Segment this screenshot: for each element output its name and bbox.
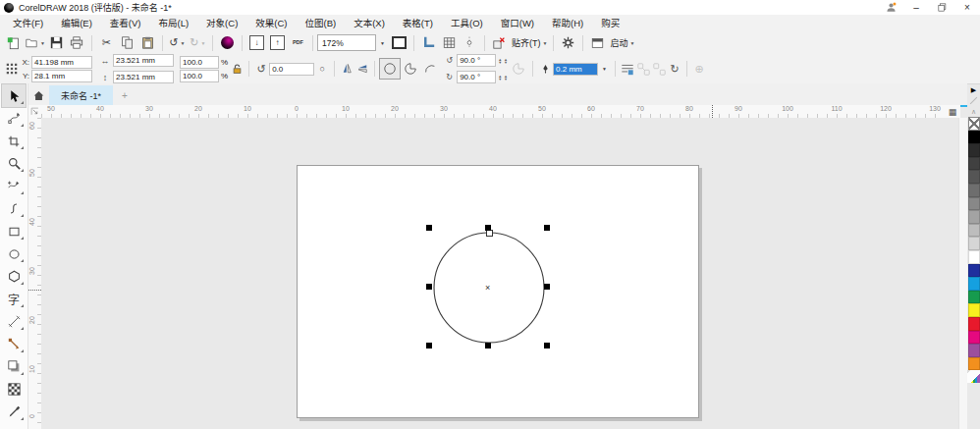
selection-handle-bottom-center[interactable]: [485, 343, 491, 349]
ruler-origin-button[interactable]: [27, 105, 42, 119]
vertical-ruler[interactable]: 6050403020100: [27, 118, 42, 429]
show-rulers-button[interactable]: [419, 33, 438, 52]
palette-swatch-red[interactable]: [968, 317, 980, 331]
open-dropdown-icon[interactable]: ▼: [40, 40, 45, 46]
import-button[interactable]: ↓: [247, 33, 266, 52]
menu-item[interactable]: 查看(V): [101, 15, 150, 31]
palette-flyout-icon[interactable]: ▶: [967, 84, 980, 95]
palette-swatch-gray-80[interactable]: [968, 157, 980, 171]
snap-off-button[interactable]: [490, 33, 509, 52]
zoom-tool[interactable]: [2, 152, 26, 175]
paste-button[interactable]: [138, 33, 157, 52]
end-angle-spinner2[interactable]: ▲▼: [504, 75, 508, 80]
search-content-button[interactable]: [218, 33, 237, 52]
text-tool[interactable]: 字: [2, 288, 26, 310]
lock-ratio-icon[interactable]: [229, 61, 245, 77]
palette-swatch-gray-20[interactable]: [968, 237, 980, 250]
start-angle-spinner[interactable]: ▲▼: [498, 58, 502, 64]
menu-item[interactable]: 购买: [592, 15, 628, 31]
menu-item[interactable]: 效果(C): [246, 15, 296, 31]
transparency-tool[interactable]: [2, 378, 26, 401]
drop-shadow-tool[interactable]: [2, 355, 26, 378]
arc-mode-button[interactable]: [420, 59, 440, 79]
freehand-tool[interactable]: [2, 175, 26, 197]
link-button[interactable]: [635, 61, 651, 77]
palette-swatch-blue[interactable]: [968, 264, 980, 278]
outline-width-field[interactable]: 0.2 mm: [553, 63, 598, 76]
vertical-scrollbar[interactable]: [958, 118, 967, 429]
palette-swatch-purple[interactable]: [968, 344, 980, 357]
cut-button[interactable]: ✂: [97, 33, 116, 52]
save-button[interactable]: [47, 33, 66, 52]
minimize-button[interactable]: –: [903, 1, 929, 15]
print-button[interactable]: [68, 33, 86, 52]
selection-handle-bottom-left[interactable]: [426, 343, 432, 349]
drawing-canvas[interactable]: ×: [41, 118, 958, 429]
polygon-tool[interactable]: [2, 265, 26, 288]
object-center-marker[interactable]: ×: [485, 284, 490, 293]
menu-item[interactable]: 位图(B): [297, 15, 346, 31]
menu-item[interactable]: 布局(L): [149, 15, 197, 31]
unlink-button[interactable]: [651, 61, 667, 77]
show-guidelines-button[interactable]: [461, 33, 479, 52]
palette-swatch-gray-50[interactable]: [968, 197, 980, 211]
ellipse-object[interactable]: [41, 118, 958, 429]
object-width-field[interactable]: 23.521 mm: [113, 54, 174, 67]
mirror-horizontal-button[interactable]: [339, 61, 354, 77]
user-account-icon[interactable]: [878, 1, 903, 15]
end-angle-spinner[interactable]: ▲▼: [498, 75, 502, 80]
scale-v-field[interactable]: 100.0: [180, 70, 219, 82]
object-height-field[interactable]: 23.521 mm: [113, 71, 174, 83]
zoom-dropdown-icon[interactable]: ▼: [376, 34, 389, 51]
selection-handle-middle-left[interactable]: [426, 284, 432, 290]
palette-swatch-gray-90[interactable]: [968, 143, 980, 157]
zoom-level-combo[interactable]: 172%: [317, 34, 376, 51]
palette-scroll-up-icon[interactable]: ∧: [967, 106, 980, 117]
start-angle-spinner2[interactable]: ▲▼: [504, 58, 508, 64]
selection-handle-top-right[interactable]: [544, 225, 550, 231]
redo-button[interactable]: ↻▼: [189, 33, 207, 52]
crop-tool[interactable]: [2, 130, 26, 152]
b-spline-tool[interactable]: [2, 197, 26, 220]
menu-item[interactable]: 帮助(H): [543, 15, 592, 31]
palette-eyedropper-icon[interactable]: [967, 95, 980, 106]
horizontal-ruler[interactable]: 5040302010010203040506070809010011012013…: [41, 105, 945, 119]
drawing-scale-button[interactable]: ▦: [945, 105, 960, 119]
ellipse-top-node[interactable]: [486, 230, 493, 237]
selection-handle-top-center[interactable]: [485, 225, 491, 231]
pie-mode-button[interactable]: [401, 59, 420, 79]
new-document-button[interactable]: [4, 33, 23, 52]
application-launcher-button[interactable]: 启动▼: [608, 36, 636, 49]
options-button[interactable]: [559, 33, 577, 52]
selection-handle-top-left[interactable]: [426, 225, 432, 231]
outline-width-dropdown-icon[interactable]: ▼: [598, 61, 611, 78]
export-button[interactable]: ↑: [268, 33, 287, 52]
add-plus-button[interactable]: ⊕: [691, 61, 707, 77]
eyedropper-tool[interactable]: [2, 401, 26, 423]
rectangle-tool[interactable]: [2, 220, 26, 242]
close-button[interactable]: ×: [954, 1, 980, 15]
palette-swatch-green[interactable]: [968, 291, 980, 304]
snap-to-button[interactable]: 贴齐(T)▼: [510, 36, 549, 49]
object-y-field[interactable]: 28.1 mm: [31, 70, 92, 82]
palette-swatch-orange[interactable]: [968, 357, 980, 371]
end-angle-field[interactable]: 90.0 °: [457, 71, 496, 83]
no-color-swatch[interactable]: [968, 117, 980, 131]
dimension-tool[interactable]: [2, 310, 26, 333]
object-x-field[interactable]: 41.198 mm: [31, 56, 92, 69]
palette-swatch-white[interactable]: [968, 250, 980, 264]
start-angle-field[interactable]: 90.0 °: [457, 54, 496, 67]
scale-h-field[interactable]: 100.0: [180, 56, 219, 69]
ellipse-mode-button[interactable]: [379, 58, 401, 80]
palette-swatch-cyan[interactable]: [968, 277, 980, 291]
menu-item[interactable]: 编辑(E): [52, 15, 101, 31]
palette-swatch-gray-30[interactable]: [968, 224, 980, 238]
palette-page-curl-icon[interactable]: [967, 370, 980, 383]
home-tab-button[interactable]: [27, 85, 49, 105]
menu-item[interactable]: 文件(F): [4, 15, 52, 31]
active-document-tab[interactable]: 未命名 -1*: [49, 85, 113, 105]
menu-item[interactable]: 对象(C): [197, 15, 246, 31]
palette-swatch-black[interactable]: [968, 131, 980, 144]
ellipse-tool[interactable]: [2, 242, 26, 265]
undo-button[interactable]: ↺▼: [168, 33, 187, 52]
